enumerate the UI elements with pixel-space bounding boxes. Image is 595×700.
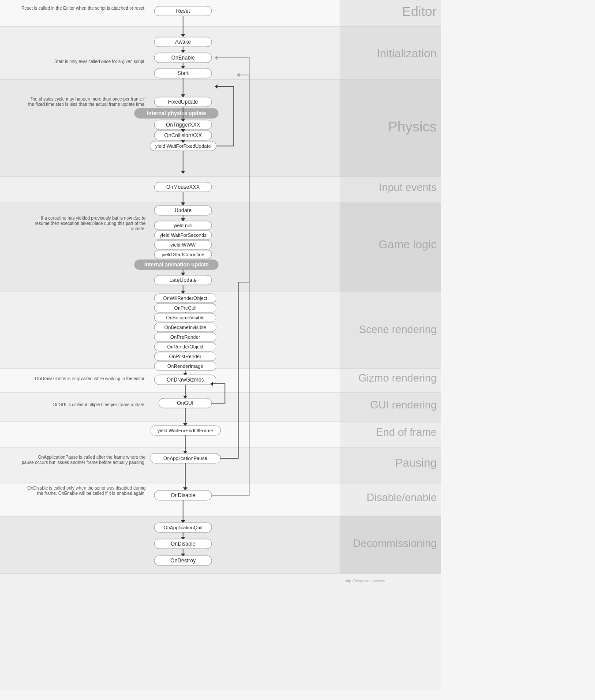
onbecamevisible-label: OnBecameVisible	[166, 315, 204, 320]
start-label: Start	[177, 70, 189, 76]
lateupdate-label: LateUpdate	[169, 277, 197, 283]
onbecameinvisible-label: OnBecameInvisible	[165, 325, 206, 330]
decommission-label: Decommissioning	[353, 537, 437, 549]
gizmo-note: OnDrawGizmos is only called while workin…	[35, 376, 146, 381]
init-label: Initialization	[377, 47, 437, 60]
init-note: Start is only ever called once for a giv…	[54, 59, 146, 64]
pause-note-2: pause occurs but issues another frame be…	[22, 460, 146, 465]
reset-label: Reset	[176, 8, 190, 14]
yield-waiteof-label: yield WaitForEndOfFrame	[157, 428, 213, 433]
yield-waitfixed-label: yield WaitForFixedUpdate	[155, 143, 211, 149]
scene-label: Scene rendering	[359, 323, 437, 335]
pause-label: Pausing	[395, 456, 437, 469]
watermark: http://blog.csdn.net/ww...	[344, 579, 388, 583]
onrenderimage-label: OnRenderImage	[167, 363, 203, 369]
onprecull-label: OnPreCull	[174, 305, 197, 311]
gizmo-label: Gizmo rendering	[359, 372, 437, 384]
disable-label: Disable/enable	[367, 491, 437, 503]
ondestroy-label: OnDestroy	[170, 558, 195, 564]
awake-label: Awake	[175, 39, 191, 45]
ongui-label: OnGUI	[177, 400, 193, 406]
yield-waitforsec-label: yield WaitForSeconds	[160, 232, 207, 238]
oncollision-label: OnCollisionXXX	[164, 132, 202, 139]
onrenderobject-label: OnRenderObject	[167, 344, 204, 349]
page-container: Editor Initialization Physics Input even…	[0, 0, 441, 690]
ondrawgizmos-label: OnDrawGizmos	[167, 377, 204, 383]
gamelogic-note-1: If a coroutine has yielded previously bu…	[41, 216, 146, 221]
onapplicationquit-label: OnApplicationQuit	[164, 525, 203, 530]
yield-www-label: yield WWW	[171, 242, 196, 247]
gamelogic-label: Game logic	[379, 238, 437, 251]
physics-note-2: the fixed time step is less than the act…	[28, 102, 146, 107]
editor-label: Editor	[402, 4, 437, 19]
editor-note: Reset is called in the Editor when the s…	[21, 6, 146, 11]
pause-note-1: OnApplicationPause is called after the f…	[38, 455, 146, 460]
yield-null-label: yield null	[174, 223, 193, 228]
physics-label: Physics	[388, 119, 437, 135]
ontrigger-label: OnTriggerXXX	[166, 122, 200, 128]
flow-diagram: Editor Initialization Physics Input even…	[0, 0, 441, 688]
disable-note-2: the frame. OnEnable will be called if it…	[37, 491, 146, 496]
pause-bg	[0, 448, 340, 483]
onapppause-label: OnApplicationPause	[163, 456, 207, 461]
onwillrender-label: OnWillRenderObject	[163, 296, 207, 301]
ondisable-1-label: OnDisable	[171, 492, 195, 498]
onenable-label: OnEnable	[171, 55, 195, 61]
update-label: Update	[175, 207, 192, 213]
onprerender-label: OnPreRender	[170, 334, 200, 340]
onmouse-label: OnMouseXXX	[166, 184, 200, 190]
internal-physics-label: Internal physics update	[147, 110, 206, 116]
onpostrender-label: OnPostRender	[169, 354, 202, 359]
internal-anim-label: Internal animation update	[144, 262, 209, 268]
yield-startco-label: yield StartCoroutine	[162, 252, 205, 257]
physics-note-1: The physics cycle may happen more than o…	[30, 97, 146, 101]
gamelogic-note-2: resume then execution takes place during…	[35, 221, 146, 226]
gui-label: GUI rendering	[370, 399, 437, 411]
gui-note: OnGUI is called multiple time per frame …	[52, 402, 146, 407]
input-label: Input events	[379, 181, 437, 193]
gamelogic-note-3: update.	[131, 226, 146, 231]
eof-label: End of frame	[376, 426, 437, 438]
ondisable-2-label: OnDisable	[171, 541, 195, 547]
fixedupdate-label: FixedUpdate	[168, 99, 198, 105]
disable-note-1: OnDisable is called only when the script…	[27, 486, 146, 490]
